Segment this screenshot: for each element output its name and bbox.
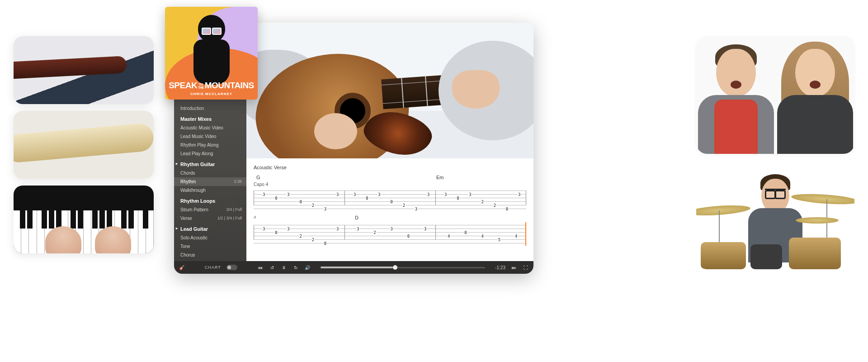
thumbnail-keys[interactable] bbox=[14, 186, 154, 253]
thumbnail-drums[interactable] bbox=[696, 170, 854, 269]
capo-label: Capo 4 bbox=[254, 182, 526, 187]
sidebar-item[interactable]: Strum Pattern3/4 | Full bbox=[174, 205, 246, 214]
tab-section-label: Acoustic Verse bbox=[254, 165, 526, 170]
pause-icon[interactable]: ⏸ bbox=[281, 264, 287, 271]
tab-staff-line-2: 30322033230340454 bbox=[254, 222, 526, 246]
measure-number: 4 bbox=[254, 215, 256, 220]
album-title: SPEAKTOTHEMOUNTAINS bbox=[165, 81, 258, 90]
chord-row: G Em bbox=[254, 175, 526, 180]
chord-label: D bbox=[355, 215, 359, 220]
tab-notation-area: Acoustic Verse G Em Capo 4 3030233303023… bbox=[246, 158, 533, 261]
instrument-icon[interactable]: 🎸 bbox=[179, 264, 185, 271]
skip-forward-icon[interactable]: ⏭ bbox=[511, 264, 517, 271]
sidebar-item-intro[interactable]: Introduction bbox=[174, 104, 246, 113]
fullscreen-icon[interactable]: ⛶ bbox=[523, 264, 529, 271]
tab-playhead-icon bbox=[525, 222, 526, 246]
left-thumbnail-column bbox=[14, 36, 154, 253]
sidebar-header-rhythm-loops: Rhythm Loops bbox=[174, 195, 246, 205]
rewind-icon[interactable]: ↺ bbox=[269, 264, 275, 271]
thumbnail-bass[interactable] bbox=[14, 36, 154, 104]
chord-label: Em bbox=[436, 175, 444, 180]
sidebar-item[interactable]: Lead Play Along bbox=[174, 149, 246, 158]
sidebar-header-rhythm-guitar[interactable]: Rhythm Guitar bbox=[174, 158, 246, 169]
progress-bar[interactable] bbox=[321, 267, 485, 268]
sidebar-item[interactable]: Walkthrough bbox=[174, 186, 246, 195]
album-cover[interactable]: SPEAKTOTHEMOUNTAINS CHRIS MCCLARNEY bbox=[165, 7, 258, 100]
chord-label: G bbox=[256, 175, 260, 180]
tab-staff-line-1: 303023330302333032203 bbox=[254, 188, 526, 211]
sidebar-item[interactable]: Chorus bbox=[174, 251, 246, 259]
sidebar-item[interactable]: Chords bbox=[174, 169, 246, 177]
sidebar-header-master-mixes: Master Mixes bbox=[174, 113, 246, 124]
sidebar-item[interactable]: Verse1/2 | 3/4 | Full bbox=[174, 214, 246, 223]
sidebar-item-selected[interactable]: Rhythm2:35 bbox=[174, 177, 246, 186]
forward-icon[interactable]: ↻ bbox=[292, 264, 299, 271]
sidebar-item[interactable]: Solo Acoustic bbox=[174, 233, 246, 242]
right-thumbnail-column bbox=[696, 36, 854, 269]
sidebar-item[interactable]: Acoustic Music Video bbox=[174, 124, 246, 132]
player-controls: 🎸 CHART ⏮ ↺ ⏸ ↻ 🔊 -1:23 ⏭ ⛶ bbox=[174, 261, 533, 274]
time-remaining: -1:23 bbox=[495, 265, 505, 270]
sidebar-item[interactable]: Verse bbox=[174, 259, 246, 261]
volume-icon[interactable]: 🔊 bbox=[304, 264, 311, 271]
skip-back-icon[interactable]: ⏮ bbox=[257, 264, 264, 271]
sidebar-item[interactable]: Rhythm Play Along bbox=[174, 141, 246, 149]
chord-row: 4 D bbox=[254, 215, 526, 220]
sidebar-item[interactable]: Lead Music Video bbox=[174, 132, 246, 141]
thumbnail-vocals[interactable] bbox=[696, 36, 854, 154]
thumbnail-electric-guitar[interactable] bbox=[14, 111, 154, 179]
chart-toggle[interactable] bbox=[226, 265, 237, 270]
album-artist: CHRIS MCCLARNEY bbox=[165, 92, 258, 96]
sidebar-item[interactable]: Tone bbox=[174, 242, 246, 251]
sidebar-header-lead-guitar[interactable]: Lead Guitar bbox=[174, 223, 246, 233]
lesson-main-pane: Acoustic Verse G Em Capo 4 3030233303023… bbox=[246, 23, 533, 261]
chart-toggle-label: CHART bbox=[205, 265, 221, 270]
lesson-video[interactable] bbox=[246, 23, 533, 158]
